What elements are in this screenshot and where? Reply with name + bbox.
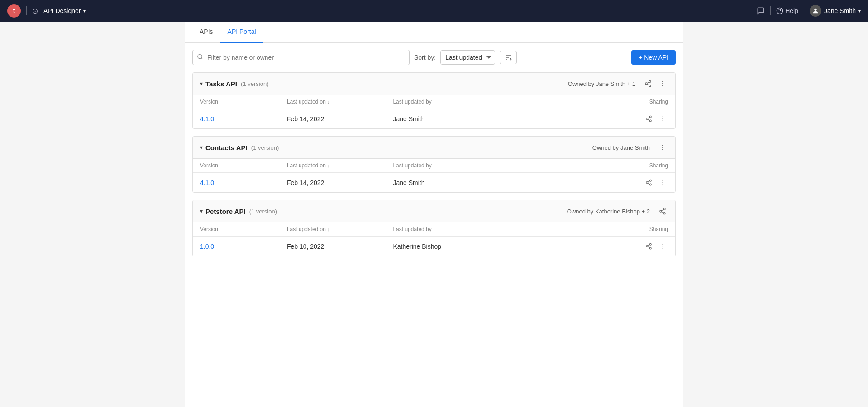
api-group-tasks: ▾ Tasks API (1 version) Owned by Jane Sm… [192,72,676,129]
updated-cell-contacts-0: Feb 14, 2022 [280,173,386,193]
version-cell-contacts-0: 4.1.0 [193,173,280,193]
api-group-actions-contacts [657,143,668,152]
svg-point-45 [663,244,663,245]
svg-point-16 [649,116,651,118]
brand-name[interactable]: API Designer ▾ [43,7,86,14]
brand-icon: ⊙ [32,7,38,15]
more-button-tasks[interactable] [657,79,668,88]
share-version-button-tasks-0[interactable] [644,114,654,123]
api-group-header-petstore: ▾ Petstore API (1 version) Owned by Kath… [193,200,675,222]
svg-point-47 [663,248,663,249]
sharing-cell-petstore-0 [530,237,675,256]
sort-arrow-tasks: ↓ [327,99,330,104]
share-version-button-contacts-0[interactable] [644,178,654,187]
share-version-button-petstore-0[interactable] [644,242,654,251]
svg-point-13 [662,81,663,82]
share-button-petstore[interactable] [657,207,668,216]
tab-api-portal[interactable]: API Portal [220,22,263,43]
col-header-version-petstore: Version [193,222,280,237]
navbar: t ⊙ API Designer ▾ Help [0,0,868,22]
sort-arrow-petstore: ↓ [327,227,330,232]
api-table-tasks: Version Last updated on ↓ Last updated b… [193,95,675,128]
svg-point-37 [663,213,665,214]
sort-arrow-contacts: ↓ [327,163,330,168]
version-link-tasks-0[interactable]: 4.1.0 [200,115,214,123]
svg-point-10 [649,85,651,87]
table-row: 4.1.0 Feb 14, 2022 Jane Smith [193,109,675,129]
api-group-toggle-petstore[interactable]: ▾ [200,208,203,214]
app-logo[interactable]: t [7,4,21,18]
svg-line-20 [648,117,649,118]
updatedby-cell-petstore-0: Katherine Bishop [386,237,530,256]
messages-icon [757,7,765,15]
new-api-button[interactable]: + New API [631,50,676,65]
svg-point-26 [662,149,663,150]
brand-chevron-icon: ▾ [83,9,86,14]
user-menu[interactable]: Jane Smith ▾ [810,5,861,17]
api-group-owner-tasks: Owned by Jane Smith + 1 [568,80,635,87]
version-cell-tasks-0: 4.1.0 [193,109,280,129]
version-link-contacts-0[interactable]: 4.1.0 [200,179,214,186]
api-group-toggle-tasks[interactable]: ▾ [200,80,203,87]
col-header-updated-petstore: Last updated on ↓ [280,222,386,237]
api-group-owner-petstore: Owned by Katherine Bishop + 2 [567,208,650,215]
more-version-button-contacts-0[interactable] [658,178,668,187]
col-header-updatedby-tasks: Last updated by [386,95,530,109]
svg-line-30 [648,183,649,184]
svg-line-11 [647,84,649,85]
api-group-name-contacts: Contacts API [205,144,248,151]
share-version-icon-contacts-0 [645,179,652,186]
col-header-sharing-contacts: Sharing [530,159,675,173]
col-header-updated-tasks: Last updated on ↓ [280,95,386,109]
api-group-actions-petstore [657,207,668,216]
table-row: 1.0.0 Feb 10, 2022 Katherine Bishop [193,237,675,256]
svg-point-46 [663,246,663,247]
nav-divider-3 [804,6,804,15]
api-group-version-count-tasks: (1 version) [241,80,268,87]
messages-icon-button[interactable] [757,7,765,15]
sort-order-button[interactable] [500,51,517,64]
tab-apis[interactable]: APIs [192,22,220,43]
version-link-petstore-0[interactable]: 1.0.0 [200,243,214,250]
updated-cell-tasks-0: Feb 14, 2022 [280,109,386,129]
svg-line-38 [662,212,664,213]
svg-point-27 [649,180,651,181]
search-input[interactable] [192,50,410,65]
col-header-updatedby-petstore: Last updated by [386,222,530,237]
svg-point-28 [646,182,648,184]
more-version-icon-petstore-0 [659,243,666,250]
more-button-contacts[interactable] [657,143,668,152]
more-version-button-petstore-0[interactable] [658,242,668,251]
svg-point-41 [646,246,648,247]
svg-line-4 [201,58,203,59]
api-group-header-tasks: ▾ Tasks API (1 version) Owned by Jane Sm… [193,73,675,95]
help-button[interactable]: Help [776,7,798,14]
api-group-version-count-contacts: (1 version) [251,144,279,151]
version-cell-petstore-0: 1.0.0 [193,237,280,256]
sharing-cell-tasks-0 [530,109,675,129]
sharing-cell-contacts-0 [530,173,675,193]
svg-point-32 [663,180,663,181]
svg-point-34 [663,184,663,185]
more-version-button-tasks-0[interactable] [658,114,668,123]
svg-point-42 [649,247,651,249]
api-group-owner-contacts: Owned by Jane Smith [592,144,650,151]
svg-point-35 [663,208,665,210]
api-group-name-petstore: Petstore API [205,208,246,215]
share-button-tasks[interactable] [643,79,653,88]
svg-point-33 [663,182,663,183]
api-list: ▾ Tasks API (1 version) Owned by Jane Sm… [185,72,683,267]
search-icon [197,54,203,62]
api-group-version-count-petstore: (1 version) [249,208,277,215]
more-icon-tasks [659,80,666,87]
svg-point-24 [662,145,663,146]
sort-order-icon [505,54,512,61]
share-version-icon-petstore-0 [645,243,652,250]
user-chevron-icon: ▾ [858,9,861,14]
table-header-row-tasks: Version Last updated on ↓ Last updated b… [193,95,675,109]
sort-select[interactable]: Last updated Name Owner [440,50,495,65]
api-group-toggle-contacts[interactable]: ▾ [200,144,203,151]
more-version-icon-contacts-0 [659,179,666,186]
table-header-row-petstore: Version Last updated on ↓ Last updated b… [193,222,675,237]
api-table-contacts: Version Last updated on ↓ Last updated b… [193,159,675,192]
